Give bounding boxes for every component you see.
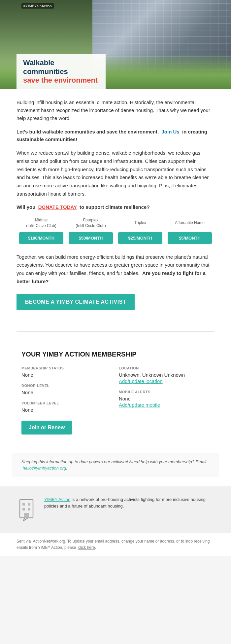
- svg-rect-4: [28, 508, 30, 511]
- tier-triplex-label: Triplex: [118, 217, 162, 229]
- tier-fourplex-label: Fourplex(Infill Circle Club): [69, 217, 113, 229]
- join-us-link[interactable]: Join Us: [162, 129, 180, 134]
- membership-note-end: .: [66, 466, 67, 471]
- hero-hashtag: #YIMBYsInAction: [21, 3, 54, 9]
- intro-paragraph: Building infill housing is an essential …: [16, 98, 214, 122]
- svg-rect-5: [24, 513, 29, 518]
- hero-image: #YIMBYsInAction Walkable communities sav…: [0, 0, 231, 89]
- email-wrapper: #YIMBYsInAction Walkable communities sav…: [0, 0, 231, 556]
- join-renew-button[interactable]: Join or Renew: [21, 421, 72, 435]
- footer-text: YIMBY Action is a network of pro-housing…: [44, 496, 214, 510]
- location-label: LOCATION: [119, 366, 210, 370]
- tier-triplex: Triplex $25/MONTH: [116, 217, 165, 244]
- membership-col-left: MEMBERSHIP STATUS None DONOR LEVEL None …: [21, 366, 119, 435]
- footer-org-link[interactable]: YIMBY Action: [44, 497, 70, 502]
- tier-affordable-label: Affordable Home: [168, 217, 212, 229]
- location-value: Unknown, Unknown Unknown: [119, 372, 210, 378]
- cta-body-text: Together, we can build more energy-effic…: [16, 253, 214, 286]
- donate-line: Will you DONATE TODAY to support climate…: [16, 204, 214, 210]
- add-update-mobile-link[interactable]: Add/update mobile: [119, 402, 160, 408]
- tier-midrise-label: Midrise(Infill Circle Club): [19, 217, 63, 229]
- cta-section: BECOME A YIMBY CLIMATE ACTIVIST: [16, 294, 214, 310]
- svg-rect-1: [22, 503, 25, 506]
- membership-title: YOUR YIMBY ACTION MEMBERSHIP: [21, 351, 210, 358]
- volunteer-label: VOLUNTEER LEVEL: [21, 401, 112, 405]
- donate-today-link[interactable]: DONATE TODAY: [38, 204, 77, 210]
- click-here-link[interactable]: click here: [78, 545, 95, 550]
- membership-note-text: Keeping this information up to date powe…: [21, 459, 206, 464]
- membership-grid: MEMBERSHIP STATUS None DONOR LEVEL None …: [21, 366, 210, 435]
- donate-before: Will you: [16, 204, 35, 210]
- section-divider: [16, 331, 214, 332]
- action-network-link[interactable]: ActionNetwork.org: [33, 539, 65, 544]
- membership-section: YOUR YIMBY ACTION MEMBERSHIP MEMBERSHIP …: [12, 341, 219, 444]
- tier-fourplex: Fourplex(Infill Circle Club) $50/MONTH: [66, 217, 116, 244]
- hero-headline-line1: Walkable communities: [23, 58, 99, 76]
- hero-text-box: Walkable communities save the environmen…: [16, 54, 106, 89]
- tier-affordable: Affordable Home $5/MONTH: [165, 217, 214, 244]
- hero-headline-line2: save the environment: [23, 76, 99, 85]
- become-activist-button[interactable]: BECOME A YIMBY CLIMATE ACTIVIST: [16, 294, 135, 310]
- hero-headline-line2-before: save the: [23, 76, 54, 84]
- main-content: Building infill housing is an essential …: [0, 89, 231, 331]
- tier-triplex-button[interactable]: $25/MONTH: [118, 232, 162, 244]
- tier-midrise: Midrise(Infill Circle Club) $100/MONTH: [16, 217, 66, 244]
- add-update-location-link[interactable]: Add/update location: [119, 378, 163, 384]
- footer: YIMBY Action is a network of pro-housing…: [0, 486, 231, 533]
- donor-label: DONOR LEVEL: [21, 384, 112, 388]
- donor-value: None: [21, 390, 112, 395]
- bold-line-before: Let's build walkable communities and sav…: [16, 129, 159, 134]
- bottom-sent-via: Sent via: [16, 539, 31, 544]
- mobile-label: MOBILE ALERTS: [119, 390, 210, 394]
- status-label: MEMBERSHIP STATUS: [21, 366, 112, 370]
- tier-fourplex-button[interactable]: $50/MONTH: [69, 232, 113, 244]
- yimby-logo-icon: [16, 496, 36, 523]
- body-paragraph: When we reduce sprawl by building dense,…: [16, 149, 214, 198]
- donate-after: to support climate resilience?: [80, 204, 150, 210]
- svg-rect-2: [28, 503, 30, 506]
- membership-note: Keeping this information up to date powe…: [12, 453, 219, 477]
- bold-line: Let's build walkable communities and sav…: [16, 128, 214, 143]
- tier-affordable-button[interactable]: $5/MONTH: [168, 232, 212, 244]
- hero-headline-line2-highlight: environment: [54, 76, 98, 84]
- membership-email-link[interactable]: hello@yimbyaction.org: [23, 466, 66, 471]
- bottom-bar: Sent via ActionNetwork.org. To update yo…: [0, 533, 231, 556]
- tier-midrise-button[interactable]: $100/MONTH: [19, 232, 63, 244]
- bottom-end-text: .: [95, 545, 96, 550]
- svg-rect-3: [22, 508, 25, 511]
- status-value: None: [21, 372, 112, 378]
- donation-tiers: Midrise(Infill Circle Club) $100/MONTH F…: [16, 217, 214, 244]
- membership-col-right: LOCATION Unknown, Unknown Unknown Add/up…: [119, 366, 210, 435]
- volunteer-value: None: [21, 407, 112, 413]
- mobile-value: None: [119, 396, 210, 401]
